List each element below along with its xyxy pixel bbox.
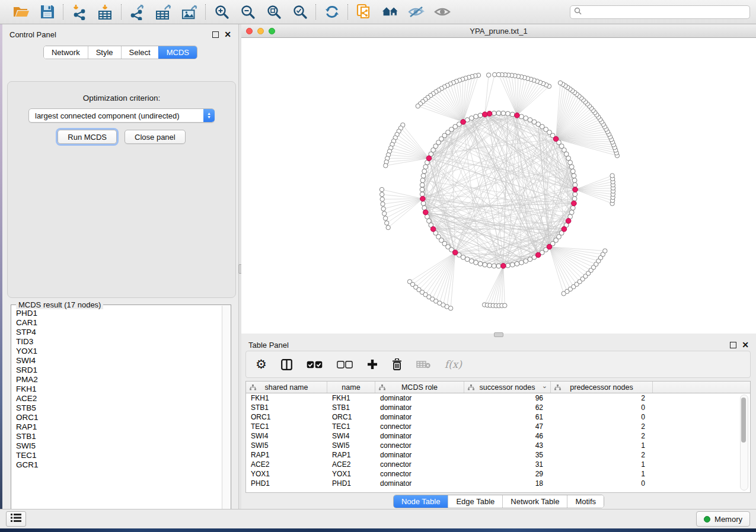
add-column-icon[interactable] (367, 359, 378, 370)
network-canvas[interactable] (241, 38, 756, 334)
zoom-fit-icon[interactable] (266, 4, 282, 20)
delete-column-icon[interactable] (392, 358, 402, 370)
cell-successor-nodes: 31 (464, 460, 551, 469)
table-row[interactable]: RAP1RAP1dominator352 (246, 450, 750, 460)
result-node[interactable]: TID3 (12, 337, 222, 347)
table-row[interactable]: YOX1YOX1connector291 (246, 469, 750, 479)
result-node[interactable]: ACE2 (12, 394, 222, 403)
list-icon (11, 514, 21, 524)
export-network-icon[interactable] (129, 4, 146, 20)
result-scrollbar[interactable] (222, 306, 230, 521)
mcds-result-list[interactable]: PHD1CAR1STP4TID3YOX1SWI4SRD1PMA2FKH1ACE2… (12, 309, 222, 521)
result-node[interactable]: STB1 (12, 432, 222, 441)
table-row[interactable]: SWI5SWI5connector431 (246, 441, 750, 450)
column-header-predecessor-nodes[interactable]: predecessor nodes (551, 382, 653, 393)
result-node[interactable]: CAR1 (12, 318, 222, 328)
table-type-tabs: Node TableEdge TableNetwork TableMotifs (393, 495, 604, 508)
float-table-panel-icon[interactable] (730, 342, 736, 348)
table-row[interactable]: STB1STB1dominator620 (246, 403, 750, 412)
deselect-all-columns-icon[interactable] (337, 361, 353, 368)
cell-shared-name: PHD1 (246, 479, 327, 488)
result-node[interactable]: PHD1 (12, 309, 222, 318)
memory-button[interactable]: Memory (696, 511, 750, 527)
save-session-icon[interactable] (39, 4, 56, 20)
settings-gear-icon[interactable]: ⚙ (256, 358, 267, 370)
cell-predecessor-nodes: 0 (551, 413, 653, 421)
float-panel-icon[interactable] (212, 31, 219, 38)
table-row[interactable]: ACE2ACE2connector311 (246, 460, 750, 469)
result-node[interactable]: FKH1 (12, 384, 222, 394)
table-source-icon (468, 384, 474, 392)
cell-MCDS-role: dominator (375, 413, 464, 421)
table-row[interactable]: TEC1TEC1connector472 (246, 422, 750, 431)
tab-select[interactable]: Select (121, 46, 158, 59)
node-table-body: FKH1FKH1dominator962STB1STB1dominator620… (246, 393, 750, 488)
tab-edge-table[interactable]: Edge Table (448, 495, 502, 508)
table-row[interactable]: ORC1ORC1dominator610 (246, 412, 750, 422)
result-node[interactable]: ORC1 (12, 413, 222, 422)
column-label: name (342, 383, 360, 392)
apply-layout-icon[interactable] (324, 4, 340, 20)
result-node[interactable]: TEC1 (12, 451, 222, 460)
import-network-icon[interactable] (71, 4, 88, 20)
cell-predecessor-nodes: 1 (551, 470, 653, 478)
column-header-shared-name[interactable]: shared name (246, 382, 327, 393)
desktop-wallpaper-bottom (0, 528, 756, 532)
tab-node-table[interactable]: Node Table (394, 495, 448, 508)
result-node[interactable]: STB5 (12, 403, 222, 413)
table-row[interactable]: SWI4SWI4dominator462 (246, 431, 750, 441)
import-table-icon[interactable] (97, 4, 114, 20)
export-image-icon[interactable] (181, 4, 198, 20)
panel-menu-button[interactable] (6, 511, 26, 527)
close-panel-button[interactable]: Close panel (125, 130, 186, 144)
status-bar: Memory (0, 509, 756, 528)
select-all-columns-icon[interactable] (307, 361, 323, 368)
tab-mcds[interactable]: MCDS (158, 46, 197, 59)
hide-selected-icon[interactable] (408, 4, 425, 20)
run-mcds-button[interactable]: Run MCDS (58, 130, 117, 144)
column-header-MCDS-role[interactable]: MCDS role (375, 382, 464, 393)
zoom-out-icon[interactable] (240, 4, 256, 20)
cell-name: TEC1 (327, 422, 375, 431)
result-node[interactable]: SRD1 (12, 366, 222, 375)
cell-name: STB1 (327, 403, 375, 412)
criterion-dropdown[interactable]: largest connected component (undirected)… (28, 108, 215, 123)
tab-motifs[interactable]: Motifs (567, 495, 604, 508)
cell-predecessor-nodes: 0 (551, 403, 653, 412)
search-field[interactable] (570, 5, 750, 19)
zoom-selected-icon[interactable] (292, 4, 308, 20)
search-input[interactable] (584, 7, 746, 17)
first-neighbors-icon[interactable] (382, 4, 398, 20)
show-column-panel-icon[interactable] (281, 359, 292, 370)
result-node[interactable]: SWI4 (12, 356, 222, 366)
result-node[interactable]: PMA2 (12, 375, 222, 384)
column-header-successor-nodes[interactable]: successor nodes⌄ (464, 382, 551, 393)
column-header-name[interactable]: name (327, 382, 375, 393)
close-table-panel-icon[interactable]: ✕ (742, 342, 749, 348)
result-node[interactable]: RAP1 (12, 422, 222, 432)
result-node[interactable]: STP4 (12, 328, 222, 337)
close-panel-icon[interactable]: ✕ (224, 31, 231, 37)
network-window-titlebar[interactable]: YPA_prune.txt_1 (241, 24, 756, 38)
show-all-icon[interactable] (434, 4, 451, 20)
mcds-result-title: MCDS result (17 nodes) (16, 300, 103, 309)
table-scrollbar-thumb[interactable] (741, 398, 746, 443)
column-label: shared name (265, 383, 308, 392)
horizontal-splitter-handle[interactable] (494, 332, 503, 337)
zoom-in-icon[interactable] (213, 4, 230, 20)
clone-network-icon[interactable] (356, 4, 372, 20)
tab-network[interactable]: Network (44, 46, 88, 59)
result-node[interactable]: SWI5 (12, 441, 222, 451)
tab-style[interactable]: Style (88, 46, 121, 59)
memory-status-icon (704, 516, 710, 523)
export-table-icon[interactable] (155, 4, 172, 20)
table-panel-title: Table Panel (248, 341, 289, 350)
result-node[interactable]: GCR1 (12, 460, 222, 470)
table-row[interactable]: FKH1FKH1dominator962 (246, 393, 750, 403)
table-row[interactable]: PHD1PHD1dominator180 (246, 479, 750, 488)
memory-button-label: Memory (714, 515, 742, 524)
tab-network-table[interactable]: Network Table (502, 495, 567, 508)
open-session-icon[interactable] (13, 4, 30, 20)
result-node[interactable]: YOX1 (12, 347, 222, 356)
table-scrollbar[interactable] (740, 395, 748, 491)
